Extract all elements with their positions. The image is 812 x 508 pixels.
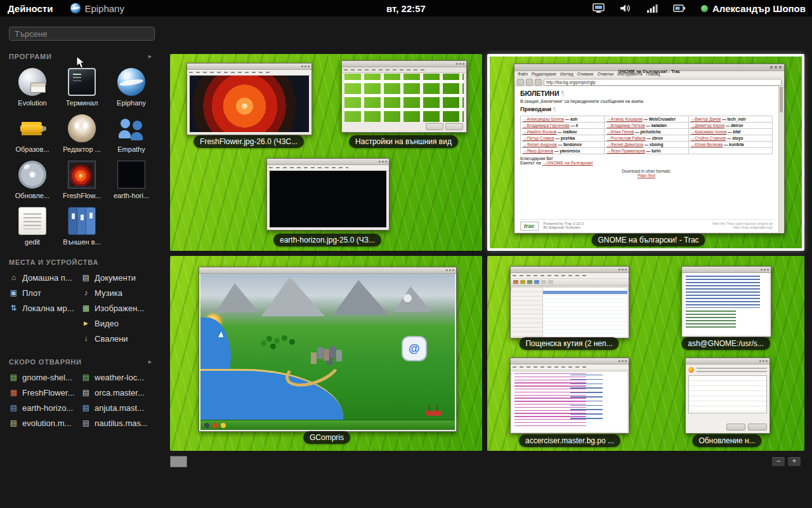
app-tile[interactable]: Редактор ... bbox=[57, 112, 107, 154]
translator-cell: →Петър Славов — peshka bbox=[521, 135, 605, 142]
window-evolution-inbox[interactable] bbox=[510, 266, 629, 338]
titlebar bbox=[686, 358, 769, 364]
recent-file-icon bbox=[81, 403, 91, 413]
recent-label: FreshFlower... bbox=[22, 388, 74, 398]
update-summary-text bbox=[697, 368, 767, 373]
clock[interactable]: вт, 22:57 bbox=[386, 3, 426, 14]
translator-cell: →Владимира Гиргинова — ii bbox=[521, 123, 605, 129]
team-text: Екипът на →GNOME на български! bbox=[520, 161, 773, 165]
recent-label: gnome-shel... bbox=[22, 373, 72, 382]
window-epiphany-trac[interactable]: GNOME на български! - Trac Файл Редактир… bbox=[514, 64, 785, 234]
app-icon bbox=[18, 114, 46, 142]
app-tile[interactable]: FreshFlow... bbox=[57, 158, 107, 201]
app-tile[interactable]: Обновле... bbox=[8, 158, 57, 201]
app-tile[interactable]: Външен в... bbox=[57, 204, 107, 247]
menubar bbox=[511, 273, 629, 279]
workspace-1[interactable]: FreshFlower.jpg-26.0 (ЧЗС... Настройки н… bbox=[170, 54, 482, 251]
programs-expand-icon[interactable]: ▸ bbox=[148, 52, 152, 60]
window-gimp-freshflower[interactable] bbox=[187, 63, 312, 135]
recent-item[interactable]: earth-horizo... bbox=[9, 400, 81, 415]
app-grid: Evolution Терминал Epiphany Образов... bbox=[0, 60, 164, 247]
message-list bbox=[543, 288, 627, 337]
search-input[interactable] bbox=[9, 27, 155, 41]
translator-cell: →Атанас Кошарев — WebCrusader bbox=[605, 116, 688, 123]
place-label: Музика bbox=[95, 288, 122, 298]
recent-item[interactable]: nautilus.mas... bbox=[81, 415, 154, 431]
workspace-4[interactable]: Пощенска кутия (2 неп... ash@GNOME:/usr/… bbox=[487, 256, 804, 451]
network-signal-icon[interactable] bbox=[646, 3, 658, 13]
workspace-indicator[interactable] bbox=[170, 456, 187, 467]
place-item[interactable]: Локална мр... bbox=[9, 300, 81, 316]
app-tile[interactable]: Evolution bbox=[8, 65, 57, 108]
place-item[interactable]: Видео bbox=[81, 316, 154, 331]
url-bar: http://fsa-bg.org/project/gtp bbox=[544, 79, 782, 86]
app-tile[interactable]: Epiphany bbox=[107, 65, 156, 108]
app-icon bbox=[68, 161, 96, 189]
wallpaper-grid bbox=[344, 74, 464, 122]
activities-button[interactable]: Дейности bbox=[0, 3, 60, 14]
dialog-button bbox=[426, 123, 443, 130]
app-tile[interactable]: earth-hori... bbox=[107, 158, 156, 201]
volume-icon[interactable] bbox=[620, 3, 631, 13]
download-link: Plain Text bbox=[520, 173, 773, 178]
app-icon bbox=[18, 161, 46, 189]
recent-label: orca.master... bbox=[95, 388, 145, 398]
recent-item[interactable]: weather-loc... bbox=[81, 370, 154, 385]
window-po-editor[interactable] bbox=[510, 358, 629, 434]
app-tile[interactable]: Терминал bbox=[57, 65, 107, 108]
recent-item[interactable]: gnome-shel... bbox=[9, 370, 81, 385]
battery-icon[interactable] bbox=[673, 3, 686, 13]
workspace-2-active[interactable]: GNOME на български! - Trac Файл Редактир… bbox=[487, 54, 804, 251]
recent-file-icon bbox=[81, 418, 91, 428]
app-tile[interactable]: Empathy bbox=[107, 112, 156, 154]
window-terminal[interactable] bbox=[681, 266, 771, 337]
place-item[interactable]: Документи bbox=[81, 270, 154, 285]
recent-item[interactable]: orca.master... bbox=[81, 385, 154, 400]
display-icon[interactable] bbox=[593, 3, 605, 13]
app-tile[interactable]: gedit bbox=[8, 204, 57, 247]
page-heading: Бюлетини ¶ bbox=[520, 90, 773, 97]
place-icon bbox=[81, 273, 91, 283]
menu-item: Отметки bbox=[598, 72, 613, 76]
place-label: Документи bbox=[95, 273, 136, 283]
place-item[interactable]: Домашна п... bbox=[9, 270, 81, 285]
recent-expand-icon[interactable]: ▸ bbox=[148, 358, 152, 366]
recent-item[interactable]: anjuta.mast... bbox=[81, 400, 154, 415]
recent-list: gnome-shel... FreshFlower... earth-horiz… bbox=[0, 366, 164, 431]
place-item[interactable]: Музика bbox=[81, 285, 154, 300]
app-label: Външен в... bbox=[63, 238, 100, 246]
translator-cell: →Ивайло Вълков — ivalkov bbox=[521, 129, 605, 135]
app-label: Редактор ... bbox=[63, 145, 101, 153]
scrollbar[interactable] bbox=[778, 86, 783, 232]
place-item[interactable]: Изображен... bbox=[81, 300, 154, 316]
place-item[interactable]: Плот bbox=[9, 285, 81, 300]
app-label: Evolution bbox=[18, 99, 46, 107]
app-icon bbox=[117, 68, 145, 96]
red-boat bbox=[426, 411, 442, 416]
window-appearance-preferences[interactable] bbox=[341, 60, 467, 133]
focused-app-menu[interactable]: Epiphany bbox=[70, 3, 124, 14]
recent-item[interactable]: evolution.m... bbox=[9, 415, 81, 431]
place-item[interactable]: Свалени bbox=[81, 331, 154, 346]
recent-header-label: СКОРО ОТВАРЯНИ bbox=[9, 358, 82, 366]
recent-file-icon bbox=[9, 418, 18, 428]
window-update-manager[interactable] bbox=[685, 358, 770, 434]
window-gimp-earth[interactable] bbox=[266, 158, 390, 231]
menubar bbox=[511, 364, 629, 370]
workspace-3[interactable]: GCompris bbox=[170, 256, 482, 451]
add-workspace-button[interactable]: + bbox=[787, 457, 801, 467]
recent-label: weather-loc... bbox=[95, 373, 144, 382]
app-tile[interactable]: Образов... bbox=[8, 112, 57, 154]
remove-workspace-button[interactable]: − bbox=[771, 457, 785, 467]
window-caption: earth-horizon.jpg-25.0 (ЧЗ... bbox=[273, 234, 381, 246]
user-menu[interactable]: Александър Шопов bbox=[701, 3, 806, 14]
po-file-text bbox=[512, 372, 627, 432]
window-gcompris[interactable] bbox=[199, 267, 457, 432]
earth-image bbox=[270, 171, 386, 227]
scrollbar-thumb[interactable] bbox=[780, 87, 783, 112]
recent-item[interactable]: FreshFlower... bbox=[9, 385, 81, 400]
menubar bbox=[187, 70, 311, 76]
recent-label: evolution.m... bbox=[22, 418, 71, 428]
translator-cell: →Явор Доганов — yavorescu bbox=[521, 148, 605, 154]
download-label: Download in other formats: bbox=[520, 169, 773, 173]
